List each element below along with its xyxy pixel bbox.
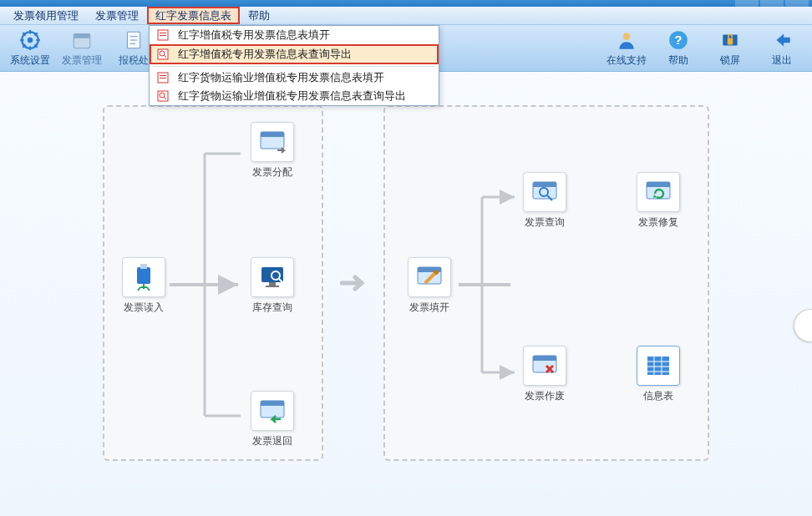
svg-point-16 xyxy=(623,33,631,40)
node-invoice-return[interactable]: 发票退回 xyxy=(246,391,298,448)
minimize-button[interactable] xyxy=(735,0,759,7)
window-search-icon xyxy=(523,172,566,212)
menu-bar: 发票领用管理 发票管理 红字发票信息表 帮助 xyxy=(0,7,812,25)
svg-rect-47 xyxy=(261,401,284,406)
node-invoice-distribute[interactable]: 发票分配 xyxy=(246,122,298,180)
dropdown-item-freight-export[interactable]: 红字货物运输业增值税专用发票信息表查询导出 xyxy=(150,87,439,105)
node-label: 库存查询 xyxy=(252,301,292,315)
node-info-table[interactable]: 信息表 xyxy=(632,346,684,403)
window-refresh-icon xyxy=(637,172,680,212)
svg-point-1 xyxy=(28,38,33,43)
svg-rect-42 xyxy=(269,282,276,286)
left-flow-panel: 发票读入 发票分配 库存查询 发票退回 xyxy=(103,105,323,461)
invoice-manage-button[interactable]: 发票管理 xyxy=(58,27,105,70)
node-invoice-fill[interactable]: 发票填开 xyxy=(403,257,455,315)
window-icon xyxy=(251,122,294,162)
doc-icon xyxy=(122,28,145,52)
window-x-icon xyxy=(523,346,566,386)
dropdown-label: 红字货物运输业增值税专用发票信息表查询导出 xyxy=(178,89,406,104)
online-support-button[interactable]: 在线支持 xyxy=(603,27,650,70)
lock-button[interactable]: 锁屏 xyxy=(707,27,754,70)
doc-red-icon xyxy=(156,71,170,84)
window-controls xyxy=(735,0,809,7)
svg-text:?: ? xyxy=(674,33,682,47)
node-label: 发票填开 xyxy=(409,301,449,315)
dropdown-item-freight-fill[interactable]: 红字货物运输业增值税专用发票信息表填开 xyxy=(150,68,439,87)
svg-rect-38 xyxy=(140,264,147,269)
monitor-search-icon xyxy=(251,257,294,297)
node-label: 发票作废 xyxy=(525,389,565,403)
node-label: 发票读入 xyxy=(124,301,164,315)
svg-rect-37 xyxy=(137,267,150,284)
help-button[interactable]: ? 帮助 xyxy=(655,27,702,70)
svg-rect-40 xyxy=(261,132,284,137)
flow-connector-arrow xyxy=(340,105,367,461)
node-invoice-read[interactable]: 发票读入 xyxy=(118,257,170,315)
toolbar-label: 在线支持 xyxy=(606,53,647,68)
menu-help[interactable]: 帮助 xyxy=(240,7,278,24)
window-edit-icon xyxy=(408,257,451,297)
node-label: 发票查询 xyxy=(525,215,565,230)
table-icon xyxy=(637,346,680,386)
toolbar-label: 锁屏 xyxy=(720,53,740,68)
back-icon xyxy=(770,28,794,52)
dropdown-label: 红字增值税专用发票信息表填开 xyxy=(178,28,330,43)
menu-red-invoice-info[interactable]: 红字发票信息表 xyxy=(147,7,240,24)
node-invoice-void[interactable]: 发票作废 xyxy=(519,346,571,403)
dropdown-label: 红字增值税专用发票信息表查询导出 xyxy=(178,47,352,62)
dropdown-separator xyxy=(153,66,435,67)
exit-button[interactable]: 退出 xyxy=(759,27,805,70)
svg-rect-28 xyxy=(160,75,166,76)
svg-rect-22 xyxy=(160,33,166,33)
person-icon xyxy=(615,28,638,52)
usb-icon xyxy=(122,257,165,297)
toolbar-label: 帮助 xyxy=(668,53,688,68)
doc-search-icon xyxy=(156,48,170,61)
toolbar-label: 系统设置 xyxy=(10,53,50,68)
maximize-button[interactable] xyxy=(760,0,784,7)
svg-rect-43 xyxy=(266,286,279,287)
node-invoice-repair[interactable]: 发票修复 xyxy=(632,172,684,230)
gear-icon xyxy=(18,28,42,52)
lock-icon xyxy=(718,28,742,52)
svg-rect-59 xyxy=(647,182,670,187)
menu-invoice-receive[interactable]: 发票领用管理 xyxy=(5,7,87,24)
system-settings-button[interactable]: 系统设置 xyxy=(7,27,53,70)
doc-search-icon xyxy=(156,89,170,103)
node-label: 发票修复 xyxy=(638,215,678,230)
dropdown-label: 红字货物运输业增值税专用发票信息表填开 xyxy=(178,70,384,85)
red-invoice-dropdown: 红字增值税专用发票信息表填开 红字增值税专用发票信息表查询导出 红字货物运输业增… xyxy=(149,25,439,106)
toolbar-label: 退出 xyxy=(772,53,792,68)
workspace: 发票读入 发票分配 库存查询 发票退回 xyxy=(0,72,812,516)
svg-rect-23 xyxy=(160,35,166,36)
node-label: 信息表 xyxy=(643,389,673,403)
svg-rect-61 xyxy=(533,356,556,361)
title-bar xyxy=(0,0,812,7)
dropdown-item-fill[interactable]: 红字增值税专用发票信息表填开 xyxy=(150,26,439,44)
menu-invoice-manage[interactable]: 发票管理 xyxy=(87,7,147,24)
svg-rect-55 xyxy=(533,182,556,187)
node-stock-query[interactable]: 库存查询 xyxy=(246,257,298,315)
doc-red-icon xyxy=(156,28,170,42)
calendar-icon xyxy=(70,28,94,52)
node-label: 发票退回 xyxy=(252,434,292,448)
node-invoice-query[interactable]: 发票查询 xyxy=(519,172,571,230)
svg-rect-11 xyxy=(74,33,90,38)
help-icon: ? xyxy=(667,28,690,52)
toolbar-label: 报税处 xyxy=(119,53,149,68)
svg-rect-20 xyxy=(728,38,733,45)
svg-rect-29 xyxy=(160,78,166,78)
dropdown-item-export[interactable]: 红字增值税专用发票信息表查询导出 xyxy=(150,44,439,64)
window-back-icon xyxy=(251,391,294,431)
close-button[interactable] xyxy=(785,0,809,7)
right-flow-panel: 发票填开 发票查询 发票修复 发票作废 xyxy=(383,105,709,461)
node-label: 发票分配 xyxy=(252,165,292,180)
toolbar-label: 发票管理 xyxy=(62,53,102,68)
svg-rect-62 xyxy=(647,357,669,375)
